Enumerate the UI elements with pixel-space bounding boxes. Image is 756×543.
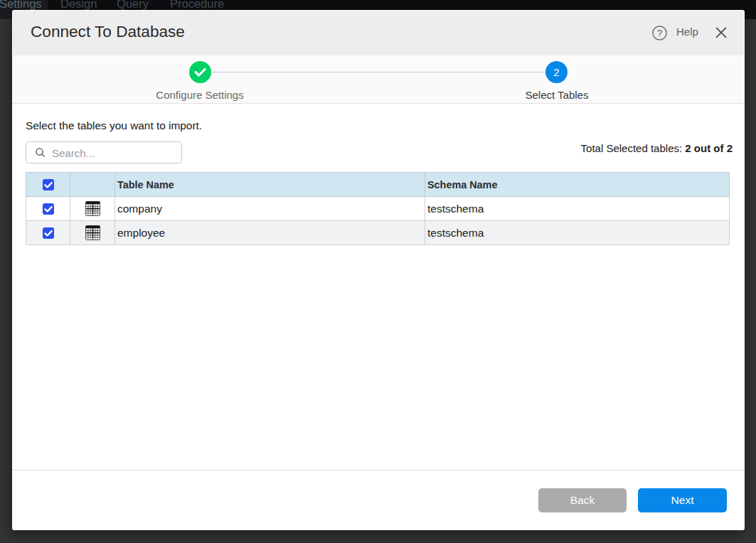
svg-text:?: ? bbox=[657, 28, 663, 38]
